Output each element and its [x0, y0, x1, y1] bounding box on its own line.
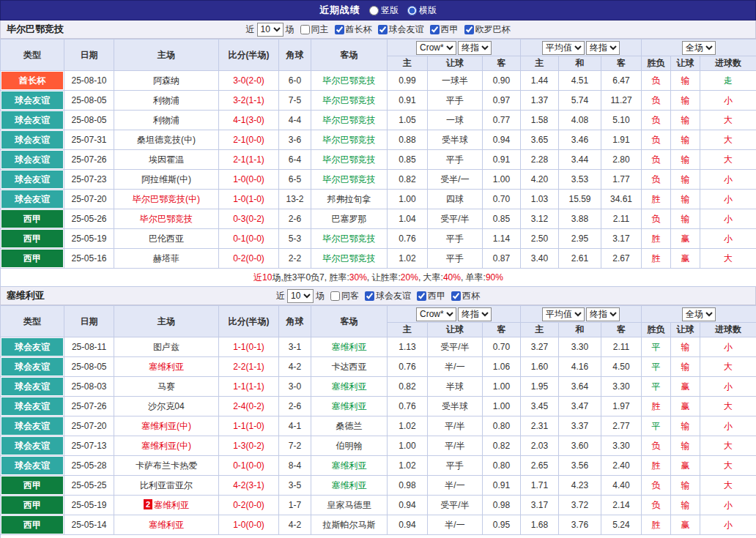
- handicap-line: 受半球: [428, 397, 483, 416]
- avg-home-odds: 2.65: [521, 456, 559, 476]
- crown-away-odds: 0.98: [483, 496, 521, 515]
- home-team-name: 塞维利亚: [149, 362, 184, 372]
- odds-source-select[interactable]: 全场: [682, 307, 716, 321]
- corner-cell: 4-4: [279, 111, 311, 130]
- layout-option-vertical[interactable]: 竖版: [369, 4, 399, 17]
- home-team-name: 桑坦德竞技(中): [137, 135, 196, 145]
- league-filter-checkbox[interactable]: [464, 25, 474, 34]
- league-filter-checkbox[interactable]: [451, 291, 461, 301]
- result-outcome: 负: [642, 111, 671, 130]
- match-date: 25-07-13: [64, 436, 114, 456]
- match-row: 西甲25-05-19巴伦西亚0-1(0-0)5-3毕尔巴鄂竞技0.76平手1.1…: [1, 229, 756, 249]
- league-filter-checkbox[interactable]: [417, 291, 426, 301]
- match-date: 25-05-19: [64, 496, 114, 515]
- recent-count-select[interactable]: 10: [257, 23, 284, 37]
- competition-type-cell: 球会友谊: [1, 170, 64, 190]
- recent-count-select[interactable]: 10: [287, 289, 314, 303]
- league-filter-option[interactable]: 球会友谊: [378, 23, 424, 36]
- away-team-name: 皇家马德里: [327, 500, 371, 510]
- competition-type-cell: 球会友谊: [1, 397, 64, 416]
- competition-badge: 球会友谊: [1, 397, 63, 415]
- result-goals: 小: [700, 496, 756, 515]
- result-handicap: 输: [671, 130, 700, 150]
- away-team-cell: 塞维利亚: [311, 397, 388, 416]
- league-filter-option[interactable]: 球会友谊: [365, 290, 411, 302]
- column-header: 客场: [311, 40, 388, 71]
- score-cell: 1-0(1-0): [219, 190, 279, 209]
- avg-draw-odds: 3.30: [559, 337, 601, 357]
- odds-source-select[interactable]: 终指: [586, 41, 620, 55]
- result-handicap: 输: [671, 476, 700, 496]
- odds-source-select[interactable]: 终指: [586, 307, 620, 321]
- handicap-line: 一球: [428, 111, 483, 130]
- avg-home-odds: 1.03: [521, 190, 559, 209]
- home-team-name: 巴伦西亚: [149, 233, 184, 244]
- corner-cell: 1-7: [279, 496, 311, 515]
- odds-source-header: Crow*终指: [388, 306, 521, 323]
- odds-source-select[interactable]: 终指: [458, 41, 492, 55]
- league-filter-option[interactable]: 西甲: [417, 290, 445, 302]
- league-filter-checkbox[interactable]: [300, 25, 310, 34]
- league-filter-checkbox[interactable]: [430, 25, 440, 34]
- handicap-line: 半/一: [428, 357, 483, 377]
- odds-source-select[interactable]: 终指: [458, 307, 492, 321]
- crown-home-odds: 0.98: [388, 476, 428, 496]
- odds-source-select[interactable]: 平均值: [542, 41, 585, 55]
- column-header: 类型: [1, 306, 64, 337]
- result-goals: 小: [700, 416, 756, 436]
- competition-badge: 西甲: [1, 477, 63, 494]
- competition-badge: 球会友谊: [1, 378, 63, 395]
- away-team-cell: 塞维利亚: [311, 456, 388, 476]
- league-filter-label: 同客: [341, 290, 359, 302]
- score-cell: 3-2(1-1): [219, 91, 279, 111]
- crown-home-odds: 0.85: [388, 150, 428, 170]
- result-goals: 小: [700, 91, 756, 111]
- corner-cell: 4-2: [279, 357, 311, 377]
- league-filter-option[interactable]: 酋长杯: [335, 23, 372, 36]
- league-filter-option[interactable]: 同主: [300, 23, 329, 36]
- avg-home-odds: 3.65: [521, 130, 559, 150]
- sub-column-header: 主: [521, 323, 559, 337]
- odds-source-header: Crow*终指: [388, 40, 521, 56]
- handicap-line: 半/一: [428, 515, 483, 535]
- sub-column-header: 和: [559, 56, 601, 71]
- avg-away-odds: 1.91: [601, 130, 642, 150]
- score-cell: 1-1(1-0): [219, 416, 279, 436]
- league-filter-checkbox[interactable]: [335, 25, 344, 34]
- handicap-line: 半球: [428, 377, 483, 397]
- avg-away-odds: 2.40: [601, 456, 642, 476]
- avg-draw-odds: 2.61: [559, 249, 601, 269]
- result-outcome: 负: [642, 130, 671, 150]
- league-filter-option[interactable]: 西甲: [430, 23, 459, 36]
- odds-source-select[interactable]: 全场: [682, 41, 716, 55]
- league-filter-label: 同主: [311, 23, 329, 36]
- competition-type-cell: 球会友谊: [1, 150, 64, 170]
- result-outcome: 负: [642, 436, 671, 456]
- league-filter-label: 酋长杯: [346, 23, 372, 36]
- home-team-name: 赫塔菲: [153, 253, 179, 264]
- horizontal-layout-radio[interactable]: [407, 6, 417, 15]
- column-header: 日期: [64, 40, 114, 71]
- avg-home-odds: 1.95: [521, 377, 559, 397]
- league-filter-checkbox[interactable]: [378, 25, 388, 34]
- odds-source-select[interactable]: 平均值: [542, 307, 585, 321]
- corner-cell: 3-0: [279, 377, 311, 397]
- match-date: 25-05-14: [64, 515, 114, 535]
- competition-badge: 西甲: [1, 210, 63, 228]
- league-filter-option[interactable]: 西杯: [451, 290, 480, 302]
- league-filter-checkbox[interactable]: [330, 291, 340, 301]
- summary-segment: 30%: [349, 272, 367, 283]
- handicap-line: 一球半: [428, 71, 483, 91]
- odds-source-select[interactable]: Crow*: [416, 307, 456, 321]
- avg-home-odds: 3.12: [521, 209, 559, 229]
- layout-option-horizontal[interactable]: 横版: [407, 4, 437, 17]
- league-filter-option[interactable]: 同客: [330, 290, 359, 302]
- league-filter-option[interactable]: 欧罗巴杯: [464, 23, 511, 36]
- vertical-layout-radio[interactable]: [369, 6, 379, 15]
- crown-home-odds: 1.05: [388, 111, 428, 130]
- avg-home-odds: 3.40: [521, 249, 559, 269]
- crown-home-odds: 1.00: [388, 436, 428, 456]
- odds-source-select[interactable]: Crow*: [416, 41, 456, 55]
- league-filter-checkbox[interactable]: [365, 291, 374, 301]
- result-goals: 小: [700, 209, 756, 229]
